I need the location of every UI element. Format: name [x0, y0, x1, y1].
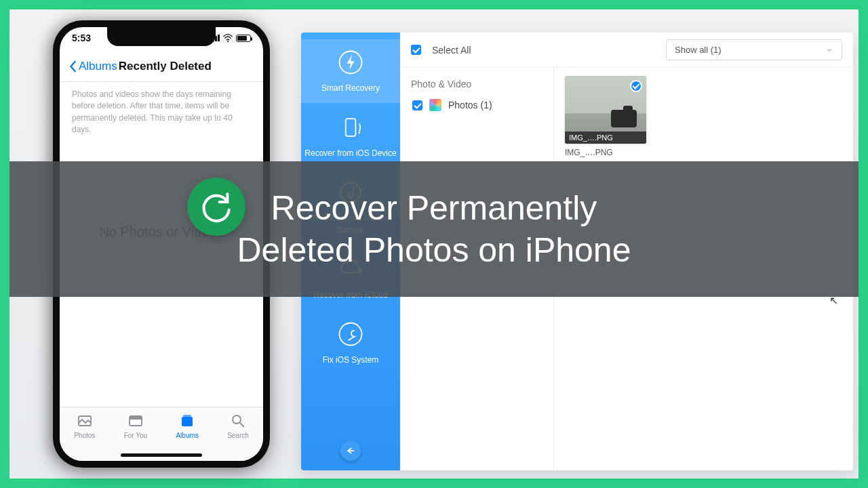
- sync-badge: [187, 178, 245, 236]
- tab-search[interactable]: Search: [227, 413, 249, 439]
- thumbnail-image: IMG_….PNG: [565, 76, 646, 144]
- page-title: Recently Deleted: [77, 60, 254, 73]
- filter-label: Show all (1): [675, 45, 722, 55]
- albums-tab-icon: [178, 413, 196, 429]
- title-overlay: Recover Permanently Deleted Photos on iP…: [9, 161, 859, 297]
- sidebar-item-ios-device[interactable]: Recover from iOS Device: [301, 104, 400, 168]
- thumbnail-checkmark-icon[interactable]: [630, 80, 642, 92]
- photos-checkbox[interactable]: [412, 100, 422, 110]
- svg-rect-5: [183, 415, 191, 417]
- signal-icon: [210, 35, 220, 41]
- refresh-icon: [197, 188, 235, 226]
- tab-bar: Photos For You Albums Search: [60, 407, 263, 461]
- search-tab-icon: [229, 413, 247, 429]
- chevron-down-icon: [825, 46, 833, 54]
- svg-rect-4: [182, 417, 193, 426]
- status-time: 5:53: [72, 33, 91, 43]
- lightning-icon: [336, 47, 366, 77]
- overlay-line1: Recover Permanently: [271, 189, 597, 227]
- select-all-label: Select All: [432, 45, 471, 56]
- phone-recover-icon: [336, 113, 366, 142]
- wifi-icon: [222, 34, 233, 42]
- photos-tab-icon: [76, 413, 94, 429]
- tree-group-photo-video: Photo & Video: [400, 75, 553, 94]
- thumbnail-caption: IMG_….PNG: [565, 131, 646, 144]
- tree-item-photos[interactable]: Photos (1): [400, 94, 553, 117]
- tree-item-label: Photos (1): [448, 100, 492, 110]
- wrench-icon: [336, 319, 366, 349]
- sidebar-item-fix-ios[interactable]: Fix iOS System: [301, 311, 400, 375]
- tab-photos[interactable]: Photos: [74, 413, 95, 439]
- thumbnail-filename: IMG_….PNG: [565, 148, 646, 157]
- arrow-left-icon: [345, 445, 356, 456]
- help-text: Photos and videos show the days remainin…: [60, 82, 263, 143]
- svg-point-10: [340, 323, 362, 345]
- battery-icon: [236, 35, 251, 42]
- filter-dropdown[interactable]: Show all (1): [666, 39, 842, 60]
- foryou-tab-icon: [127, 413, 144, 429]
- sidebar-back-button[interactable]: [340, 441, 361, 461]
- svg-rect-3: [130, 416, 142, 420]
- select-all-checkbox[interactable]: [411, 45, 421, 55]
- svg-point-0: [227, 41, 229, 42]
- status-bar: 5:53: [72, 33, 251, 43]
- photos-color-icon: [429, 99, 441, 111]
- sidebar-item-smart-recovery[interactable]: Smart Recovery: [301, 39, 400, 103]
- svg-point-6: [233, 415, 241, 424]
- overlay-line2: Deleted Photos on iPhone: [237, 231, 631, 269]
- tab-for-you[interactable]: For You: [124, 413, 147, 439]
- tab-albums[interactable]: Albums: [176, 413, 198, 439]
- home-indicator[interactable]: [121, 453, 202, 457]
- svg-rect-8: [346, 119, 356, 136]
- photo-thumbnail[interactable]: IMG_….PNG IMG_….PNG: [565, 76, 646, 157]
